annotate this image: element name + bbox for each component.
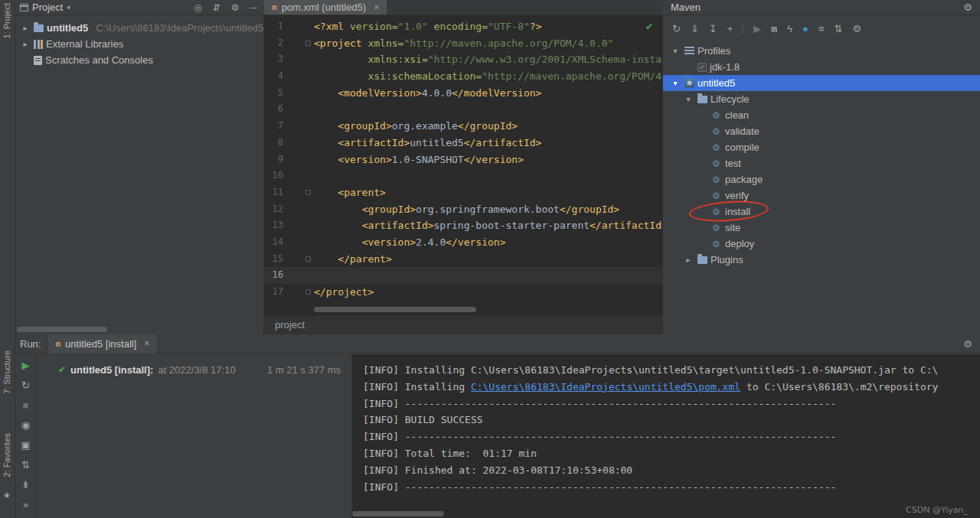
show-dependencies-icon[interactable]: ≡ xyxy=(818,24,825,34)
rerun-icon[interactable]: ▶ xyxy=(22,360,30,370)
editor-tab-pom[interactable]: m pom.xml (untitled5) × xyxy=(264,0,387,15)
gear-icon[interactable]: ⚙ xyxy=(963,2,972,13)
code-line[interactable]: <groupId>org.springframework.boot</group… xyxy=(314,201,662,218)
fold-marker[interactable] xyxy=(305,256,311,262)
editor-code[interactable]: <?xml version="1.0" encoding="UTF-8"?><p… xyxy=(314,18,662,301)
maven-tree-item[interactable]: ▾muntitled5 xyxy=(663,75,980,91)
close-icon[interactable]: × xyxy=(374,2,379,13)
code-line[interactable]: <modelVersion>4.0.0</modelVersion> xyxy=(314,85,662,102)
code-line[interactable]: <groupId>org.example</groupId> xyxy=(314,118,662,135)
offline-mode-icon[interactable]: ● xyxy=(802,24,808,34)
fold-marker[interactable] xyxy=(305,190,311,195)
chevron-right-icon[interactable]: ▸ xyxy=(20,40,31,48)
project-tree-item[interactable]: ▸untitled5C:\Users\86183\IdeaProjects\un… xyxy=(15,20,263,36)
tool-button-structure[interactable]: 7: Structure xyxy=(2,350,11,394)
code-line[interactable]: <artifactId>untitled5</artifactId> xyxy=(314,135,662,151)
fold-marker[interactable] xyxy=(305,41,311,46)
code-line[interactable]: <version>2.4.0</version> xyxy=(314,234,662,251)
generate-sources-icon[interactable]: ⇓ xyxy=(691,24,699,34)
show-passed-icon[interactable]: ◉ xyxy=(21,420,30,430)
maven-settings-icon[interactable]: ⚙ xyxy=(852,24,861,34)
code-line[interactable]: </parent> xyxy=(314,251,662,268)
maven-tree-item[interactable]: ▾Profiles xyxy=(663,43,980,59)
scroll-to-end-icon[interactable]: ⇟ xyxy=(21,480,30,490)
run-status-row[interactable]: ✔ untitled5 [install]: at 2022/3/8 17:10… xyxy=(37,362,351,377)
maven-tree-item[interactable]: ▾Lifecycle xyxy=(663,91,980,107)
code-line[interactable] xyxy=(314,101,662,118)
settings-icon[interactable]: ⚙ xyxy=(231,3,240,12)
console-line: [INFO] Total time: 01:17 min xyxy=(363,445,980,462)
locate-icon[interactable]: ◎ xyxy=(194,3,201,12)
maven-tree-item[interactable]: ⚙deploy xyxy=(663,236,980,252)
maven-tree-item[interactable]: ⚙validate xyxy=(663,123,980,139)
code-token xyxy=(314,54,368,65)
code-line[interactable]: </project> xyxy=(314,284,662,301)
hide-panel-icon[interactable]: ─ xyxy=(250,3,256,12)
stop-icon[interactable]: ■ xyxy=(23,400,29,410)
collapse-all-icon[interactable]: ⇅ xyxy=(21,460,30,470)
project-view-selector[interactable]: Project xyxy=(32,2,63,13)
maven-tree-item[interactable]: ⚙clean xyxy=(663,107,980,123)
code-line[interactable] xyxy=(314,168,662,184)
sort-icon[interactable]: ⇵ xyxy=(213,3,220,12)
breadcrumb-item[interactable]: project xyxy=(275,319,305,331)
reload-projects-icon[interactable]: ↻ xyxy=(672,24,681,34)
run-build-icon[interactable]: ▶ xyxy=(753,24,761,34)
console-link[interactable]: C:\Users\86183\IdeaProjects\untitled5\po… xyxy=(471,381,740,393)
editor-hscrollbar[interactable] xyxy=(314,307,476,312)
code-line[interactable]: <parent> xyxy=(314,184,662,201)
chevron-right-icon[interactable]: ▸ xyxy=(682,256,694,264)
code-line[interactable]: xmlns:xsi="http://www.w3.org/2001/XMLSch… xyxy=(314,51,662,68)
execute-goal-icon[interactable]: m xyxy=(771,24,777,34)
profile-checkbox[interactable]: ✓ xyxy=(697,63,707,72)
line-number: 1 xyxy=(264,18,314,35)
code-line[interactable]: xsi:schemaLocation="http://maven.apache.… xyxy=(314,68,662,85)
maven-tree-item[interactable]: ⚙site xyxy=(663,220,980,236)
item-label: External Libraries xyxy=(46,38,123,50)
code-token: encoding= xyxy=(428,21,488,32)
console-hscrollbar[interactable] xyxy=(352,511,444,516)
code-line[interactable]: <?xml version="1.0" encoding="UTF-8"?> xyxy=(314,18,662,35)
line-number: 8 xyxy=(264,135,314,151)
maven-tree-item[interactable]: ✓jdk-1.8 xyxy=(663,59,980,75)
tool-button-favorites[interactable]: 2: Favorites xyxy=(2,433,11,477)
close-icon[interactable]: × xyxy=(144,338,149,349)
breadcrumb[interactable]: project xyxy=(264,314,662,334)
project-tree-item[interactable]: Scratches and Consoles xyxy=(15,52,263,68)
line-number: 3 xyxy=(264,51,314,68)
code-line[interactable]: <version>1.0-SNAPSHOT</version> xyxy=(314,151,662,168)
chevron-right-icon[interactable]: ▸ xyxy=(20,24,31,32)
download-sources-icon[interactable]: ↧ xyxy=(709,24,717,34)
project-tree-item[interactable]: ▸External Libraries xyxy=(15,36,263,52)
console-pane[interactable]: [INFO] Installing C:\Users\86183\IdeaPro… xyxy=(352,354,980,518)
project-scrollbar[interactable] xyxy=(17,327,107,332)
chevron-down-icon[interactable]: ▾ xyxy=(669,79,681,87)
maven-tree-item[interactable]: ⚙test xyxy=(663,155,980,171)
fold-marker[interactable] xyxy=(305,289,311,295)
maven-tree-item[interactable]: ⚙compile xyxy=(663,139,980,155)
snapshot-icon[interactable]: ▣ xyxy=(21,440,30,450)
maven-tree-item[interactable]: ⚙verify xyxy=(663,187,980,204)
maven-tree-item[interactable]: ⚙install xyxy=(663,204,980,220)
console-line: [INFO] Installing C:\Users\86183\IdeaPro… xyxy=(363,362,980,379)
code-line[interactable] xyxy=(314,267,662,284)
chevron-down-icon[interactable]: ▾ xyxy=(682,95,694,103)
resume-icon[interactable]: ↻ xyxy=(21,380,30,390)
run-tab[interactable]: m untitled5 [install] × xyxy=(48,334,156,353)
gear-icon[interactable]: ⚙ xyxy=(963,338,972,350)
console-line: [INFO] BUILD SUCCESS xyxy=(363,412,980,428)
skip-tests-icon[interactable]: ϟ xyxy=(787,24,792,34)
maven-tree-item[interactable]: ▸Plugins xyxy=(663,252,980,268)
line-number-text: 10 xyxy=(273,170,283,181)
chevron-down-icon[interactable]: ▾ xyxy=(669,47,681,55)
tool-button-project[interactable]: 1: Project xyxy=(2,3,11,38)
code-line[interactable]: <artifactId>spring-boot-starter-parent</… xyxy=(314,217,662,234)
maven-tree-item[interactable]: ⚙package xyxy=(663,171,980,187)
add-maven-project-icon[interactable]: + xyxy=(727,24,733,34)
line-number-text: 17 xyxy=(273,286,283,297)
console-text: [INFO] BUILD SUCCESS xyxy=(363,414,483,425)
collapse-all-icon[interactable]: ⇅ xyxy=(834,24,842,34)
more-options-icon[interactable]: » xyxy=(23,500,28,510)
code-line[interactable]: <project xmlns="http://maven.apache.org/… xyxy=(314,35,662,52)
star-icon[interactable]: ★ xyxy=(3,490,11,500)
